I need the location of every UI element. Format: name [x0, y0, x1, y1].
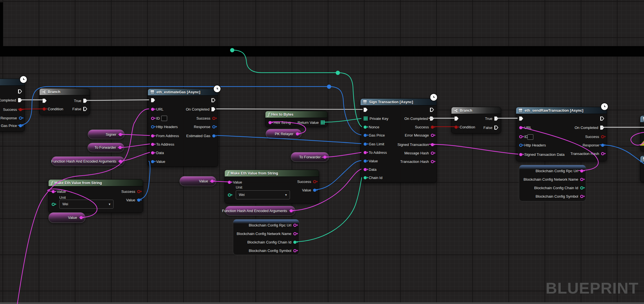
node-eth-estimategas[interactable]: eth_estimateGas [Async]URLIDHttp Headers… — [148, 89, 218, 167]
exec-pin[interactable] — [18, 89, 22, 94]
reroute-node[interactable] — [230, 48, 234, 52]
output-pin[interactable] — [211, 180, 214, 183]
variable-getter-function-hash-and-encoded-arguments[interactable]: Function Hash And Encoded Arguments — [51, 156, 125, 166]
condition-pin[interactable] — [43, 107, 46, 111]
exec-pin[interactable] — [519, 117, 523, 121]
value-pin[interactable] — [52, 190, 55, 193]
http-headers-pin[interactable] — [151, 125, 154, 128]
message-hash-pin[interactable] — [431, 152, 434, 155]
nonce-pin[interactable] — [364, 126, 367, 129]
exec-pin[interactable] — [364, 108, 368, 112]
id-text-input[interactable] — [527, 134, 533, 140]
hex-string-pin[interactable] — [268, 121, 272, 124]
success-pin[interactable] — [137, 190, 140, 193]
response-pin[interactable] — [19, 117, 22, 120]
http-headers-pin[interactable] — [519, 144, 522, 147]
success-pin[interactable] — [212, 117, 215, 120]
node-eth-gasprice-partial[interactable]: CompletedSuccessResponseGas Price — [0, 79, 25, 131]
blueprint-graph-canvas[interactable]: BLUEPRINT CompletedSuccessResponseGas Pr… — [0, 0, 644, 304]
chain-id-pin[interactable] — [364, 176, 367, 179]
node-partial-node-bottom-right[interactable] — [640, 156, 644, 182]
value-pin[interactable] — [313, 189, 316, 192]
output-pin[interactable] — [323, 156, 326, 159]
gas-limit-pin[interactable] — [364, 143, 367, 146]
output-pin[interactable] — [119, 133, 122, 136]
on-completed-pin[interactable] — [211, 107, 215, 111]
blockchain-config-chain-id-pin[interactable] — [580, 186, 583, 189]
response-pin[interactable] — [212, 125, 215, 128]
true-pin[interactable] — [494, 117, 498, 121]
variable-getter-value[interactable]: Value — [180, 176, 216, 186]
return-value-pin[interactable] — [321, 120, 325, 124]
node-eth-sendrawtransaction[interactable]: eth_sendRawTransaction [Async]URLIDHttp … — [516, 107, 607, 161]
node-blockchain-config-mid[interactable]: Blockchain Config Rpc UrlBlockchain Conf… — [233, 219, 299, 255]
variable-getter-signer[interactable]: Signer — [88, 130, 125, 139]
node-blockchain-config-right[interactable]: Blockchain Config Rpc UrlBlockchain Conf… — [519, 165, 586, 201]
node-branch-1[interactable]: BranchConditionTrueFalse — [39, 88, 90, 115]
variable-getter-to-forwarder[interactable]: To Forwarder — [88, 143, 124, 152]
transaction-hash-pin[interactable] — [431, 160, 434, 163]
on-completed-pin[interactable] — [430, 117, 434, 121]
on-completed-pin[interactable] — [600, 126, 604, 130]
data-pin[interactable] — [364, 168, 367, 171]
horizontal-scrollbar[interactable] — [0, 302, 644, 304]
blockchain-config-chain-id-pin[interactable] — [293, 241, 296, 244]
node-branch-2[interactable]: BranchConditionTrueFalse — [451, 107, 501, 133]
output-pin[interactable] — [119, 160, 122, 163]
blockchain-config-rpc-url-pin[interactable] — [580, 169, 583, 173]
reroute-node[interactable] — [327, 85, 331, 89]
blockchain-config-network-name-pin[interactable] — [580, 178, 583, 181]
node-hex-to-bytes[interactable]: ƒHex to BytesHex StringReturn Value — [265, 111, 328, 127]
id-pin[interactable] — [519, 135, 522, 138]
url-pin[interactable] — [151, 108, 154, 111]
blockchain-config-symbol-pin[interactable] — [580, 195, 583, 198]
estimated-gas-pin[interactable] — [212, 134, 215, 137]
signed-transaction-pin[interactable] — [431, 143, 434, 146]
wire[interactable] — [86, 100, 149, 100]
url-pin[interactable] — [519, 126, 522, 129]
unit-dropdown[interactable]: Wei▾ — [236, 190, 290, 199]
id-pin[interactable] — [151, 117, 154, 120]
blockchain-config-rpc-url-pin[interactable] — [293, 224, 296, 227]
gas-price-pin[interactable] — [364, 134, 367, 137]
output-pin[interactable] — [296, 132, 299, 135]
exec-pin[interactable] — [151, 98, 155, 102]
success-pin[interactable] — [313, 180, 316, 183]
transaction-hash-pin[interactable] — [601, 152, 604, 155]
variable-getter-to-forwarder[interactable]: To Forwarder — [291, 152, 329, 162]
data-pin[interactable] — [151, 151, 154, 154]
success-pin[interactable] — [19, 108, 22, 111]
output-pin[interactable] — [80, 216, 83, 219]
variable-getter-function-hash-and-encoded-arguments[interactable]: Function Hash And Encoded Arguments — [225, 206, 295, 215]
gas-price-pin[interactable] — [19, 124, 22, 127]
blockchain-config-network-name-pin[interactable] — [293, 232, 296, 235]
exec-pin[interactable] — [455, 117, 459, 121]
wire[interactable] — [324, 118, 361, 122]
node-partial-node-top-right[interactable] — [640, 115, 644, 151]
reroute-node[interactable] — [336, 71, 340, 75]
exec-pin[interactable] — [43, 99, 47, 103]
exec-pin[interactable] — [430, 108, 434, 112]
exec-pin[interactable] — [600, 117, 604, 121]
success-pin[interactable] — [601, 135, 604, 138]
condition-pin[interactable] — [455, 126, 458, 129]
signed-transaction-data-pin[interactable] — [519, 153, 522, 156]
success-pin[interactable] — [431, 126, 434, 129]
response-pin[interactable] — [601, 144, 604, 147]
private-key-pin[interactable] — [364, 117, 368, 120]
wire[interactable] — [217, 109, 362, 109]
exec-pin[interactable] — [211, 98, 215, 102]
wire[interactable] — [429, 144, 518, 154]
value-pin[interactable] — [151, 160, 154, 163]
exec-pin[interactable] — [228, 193, 231, 197]
value-pin[interactable] — [228, 181, 231, 184]
output-pin[interactable] — [290, 209, 293, 212]
variable-getter-pk-relayer[interactable]: PK Relayer — [266, 129, 302, 139]
unit-dropdown[interactable]: Wei▾ — [59, 200, 113, 209]
exec-pin[interactable] — [52, 203, 55, 206]
value-pin[interactable] — [137, 199, 140, 202]
true-pin[interactable] — [83, 99, 87, 103]
false-pin[interactable] — [494, 126, 498, 130]
value-pin[interactable] — [364, 159, 367, 163]
error-message-pin[interactable] — [431, 134, 434, 137]
